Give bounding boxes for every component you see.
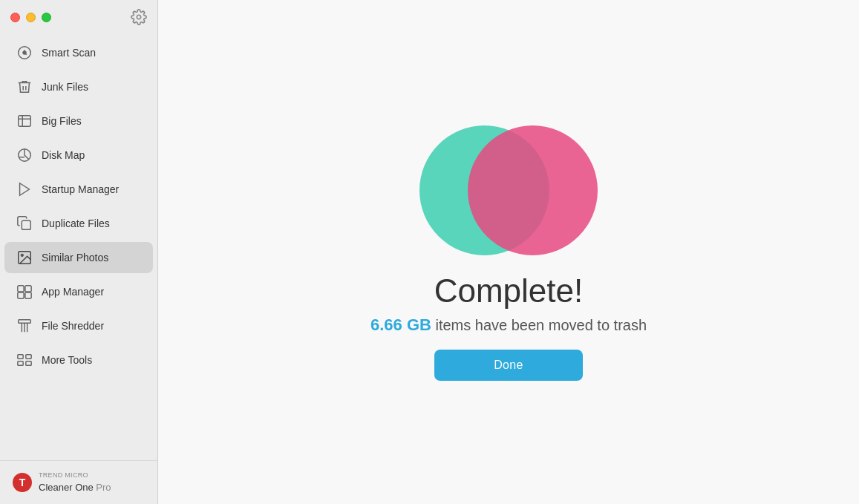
similar-photos-icon [16, 249, 33, 266]
svg-point-0 [137, 15, 141, 19]
svg-text:T: T [19, 477, 26, 488]
junk-files-label: Junk Files [42, 81, 88, 93]
svg-rect-16 [18, 355, 23, 359]
sidebar-item-duplicate-files[interactable]: Duplicate Files [4, 208, 153, 239]
close-button[interactable] [10, 13, 20, 22]
done-button[interactable]: Done [434, 350, 583, 381]
subtitle-suffix: items have been moved to trash [431, 317, 647, 333]
complete-subtitle: 6.66 GB items have been moved to trash [370, 315, 647, 335]
sidebar-item-smart-scan[interactable]: Smart Scan [4, 37, 153, 68]
svg-rect-15 [19, 320, 31, 324]
app-manager-icon [16, 284, 33, 300]
svg-rect-8 [22, 220, 30, 229]
disk-map-label: Disk Map [42, 149, 85, 161]
svg-rect-17 [26, 355, 31, 359]
svg-point-10 [21, 254, 23, 256]
svg-rect-13 [18, 292, 24, 298]
sidebar-item-startup-manager[interactable]: Startup Manager [4, 174, 153, 205]
complete-section: Complete! 6.66 GB items have been moved … [370, 272, 647, 335]
duplicate-files-label: Duplicate Files [42, 217, 110, 229]
nav-items: Smart Scan Junk Files [0, 36, 157, 460]
sidebar-item-disk-map[interactable]: Disk Map [4, 140, 153, 171]
svg-rect-18 [18, 361, 23, 366]
similar-photos-label: Similar Photos [42, 252, 108, 264]
size-highlight: 6.66 GB [370, 315, 431, 334]
more-tools-icon [16, 352, 33, 368]
svg-rect-19 [26, 361, 31, 366]
svg-point-2 [22, 50, 27, 55]
minimize-button[interactable] [26, 13, 36, 22]
brand-text: TREND MICRO Cleaner One Pro [39, 471, 111, 494]
brand-footer: T TREND MICRO Cleaner One Pro [0, 460, 157, 504]
junk-files-icon [16, 79, 33, 95]
venn-diagram [405, 124, 613, 258]
sidebar-item-similar-photos[interactable]: Similar Photos [4, 242, 153, 273]
big-files-icon [16, 113, 33, 129]
brand-trend-micro: TREND MICRO [39, 471, 111, 480]
brand-logo-icon: T [12, 472, 33, 493]
traffic-lights [10, 13, 51, 22]
brand-pro: Pro [94, 482, 111, 493]
svg-rect-12 [25, 286, 31, 292]
sidebar: Smart Scan Junk Files [0, 0, 158, 504]
disk-map-icon [16, 147, 33, 163]
settings-icon[interactable] [131, 9, 147, 25]
maximize-button[interactable] [42, 13, 51, 22]
sidebar-item-file-shredder[interactable]: File Shredder [4, 310, 153, 341]
startup-manager-label: Startup Manager [42, 183, 119, 195]
duplicate-files-icon [16, 215, 33, 232]
brand-name: Cleaner One [39, 482, 94, 493]
sidebar-item-junk-files[interactable]: Junk Files [4, 71, 153, 102]
sidebar-item-more-tools[interactable]: More Tools [4, 344, 153, 376]
svg-rect-14 [25, 292, 31, 298]
app-manager-label: App Manager [42, 286, 104, 298]
smart-scan-icon [16, 45, 33, 61]
smart-scan-label: Smart Scan [42, 47, 96, 59]
circle-right [468, 125, 598, 255]
sidebar-item-big-files[interactable]: Big Files [4, 105, 153, 137]
sidebar-item-app-manager[interactable]: App Manager [4, 276, 153, 307]
complete-title: Complete! [370, 272, 647, 310]
svg-rect-3 [19, 116, 31, 127]
file-shredder-label: File Shredder [42, 320, 104, 332]
startup-manager-icon [16, 181, 33, 197]
svg-marker-7 [20, 183, 30, 196]
main-content: Complete! 6.66 GB items have been moved … [158, 0, 859, 504]
file-shredder-icon [16, 318, 33, 334]
big-files-label: Big Files [42, 115, 82, 127]
svg-rect-11 [18, 286, 24, 292]
more-tools-label: More Tools [42, 354, 92, 366]
